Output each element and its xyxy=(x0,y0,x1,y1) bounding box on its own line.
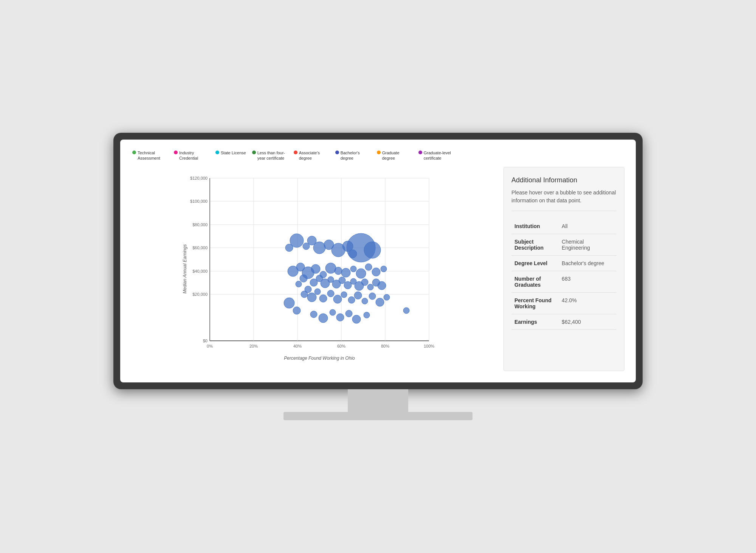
bubble[interactable] xyxy=(325,263,336,273)
bubble[interactable] xyxy=(305,286,311,293)
legend-dot xyxy=(335,151,339,154)
monitor-stand-base xyxy=(284,412,472,420)
bubble[interactable] xyxy=(384,294,390,300)
bubble[interactable] xyxy=(327,290,334,297)
bubble[interactable] xyxy=(341,268,350,277)
legend-dot xyxy=(418,151,422,154)
info-table-row: Number of Graduates 683 xyxy=(511,271,617,293)
legend-item: Technical Assessment xyxy=(132,150,168,161)
bubble-chart: Median Annual Earnings $120,000 $100,000 xyxy=(132,171,492,367)
bubble[interactable] xyxy=(365,264,372,270)
info-table-row: Subject Description Chemical Engineering xyxy=(511,234,617,256)
bubble[interactable] xyxy=(293,307,301,314)
svg-text:$120,000: $120,000 xyxy=(190,176,208,180)
info-field-value: Bachelor's degree xyxy=(559,256,617,271)
bubble[interactable] xyxy=(333,295,342,303)
info-table-row: Institution All xyxy=(511,219,617,234)
monitor-body: Technical Assessment Industry Credential… xyxy=(113,133,643,390)
svg-text:$60,000: $60,000 xyxy=(192,245,208,250)
info-field-label: Degree Level xyxy=(511,256,559,271)
bubble[interactable] xyxy=(303,243,310,250)
bubble[interactable] xyxy=(356,269,366,278)
bubble[interactable] xyxy=(314,289,321,295)
bubble[interactable] xyxy=(284,298,294,308)
info-field-label: Subject Description xyxy=(511,234,559,256)
bubble[interactable] xyxy=(378,281,386,290)
legend-label: Graduate degree xyxy=(382,150,412,161)
bubble[interactable] xyxy=(310,311,317,318)
bubble[interactable] xyxy=(367,284,373,290)
bubble[interactable] xyxy=(300,275,307,282)
bubble[interactable] xyxy=(290,234,304,247)
legend-dot xyxy=(174,151,178,154)
bubble[interactable] xyxy=(319,295,327,302)
x-axis-label: Percentage Found Working in Ohio xyxy=(284,356,355,361)
info-table: Institution All Subject Description Chem… xyxy=(511,219,617,330)
legend-label: Less than four-year certificate xyxy=(257,150,288,161)
bubble[interactable] xyxy=(362,298,368,304)
bubble[interactable] xyxy=(336,314,344,321)
bubble[interactable] xyxy=(319,314,328,323)
info-field-label: Earnings xyxy=(511,314,559,330)
legend-label: Graduate-level certificate xyxy=(424,150,454,161)
chart-container: Median Annual Earnings $120,000 $100,000 xyxy=(128,167,500,375)
legend-label: Technical Assessment xyxy=(138,150,168,161)
info-field-label: Percent Found Working xyxy=(511,293,559,314)
legend-label: State License xyxy=(221,150,246,155)
legend-item: Bachelor's degree xyxy=(335,150,371,161)
bubble[interactable] xyxy=(349,250,357,258)
bubble[interactable] xyxy=(335,267,342,275)
chart-svg-wrapper: Median Annual Earnings $120,000 $100,000 xyxy=(132,171,492,367)
svg-text:40%: 40% xyxy=(293,344,302,348)
bubble[interactable] xyxy=(354,292,362,299)
bubble[interactable] xyxy=(369,293,376,300)
content-area: Median Annual Earnings $120,000 $100,000 xyxy=(128,167,628,375)
legend-item: Graduate-level certificate xyxy=(418,150,454,161)
bubble[interactable] xyxy=(350,266,356,272)
legend-dot xyxy=(294,151,297,154)
bubble[interactable] xyxy=(348,297,355,303)
legend-item: State License xyxy=(215,150,246,161)
svg-text:$40,000: $40,000 xyxy=(192,269,208,273)
svg-text:$20,000: $20,000 xyxy=(192,292,208,297)
info-field-value: 683 xyxy=(559,271,617,293)
bubble[interactable] xyxy=(344,281,352,289)
bubble[interactable] xyxy=(345,310,352,317)
svg-text:$0: $0 xyxy=(203,339,208,343)
bubble[interactable] xyxy=(364,242,381,258)
svg-text:20%: 20% xyxy=(249,344,258,348)
monitor-wrapper: Technical Assessment Industry Credential… xyxy=(113,133,643,421)
info-panel-title: Additional Information xyxy=(511,176,617,184)
svg-text:60%: 60% xyxy=(337,344,345,348)
legend-item: Graduate degree xyxy=(377,150,412,161)
svg-text:$80,000: $80,000 xyxy=(192,222,208,227)
bubble[interactable] xyxy=(372,268,380,276)
bubble[interactable] xyxy=(361,279,368,286)
svg-text:0%: 0% xyxy=(207,344,213,348)
info-field-value: All xyxy=(559,219,617,234)
bubble[interactable] xyxy=(330,309,336,315)
info-field-value: Chemical Engineering xyxy=(559,234,617,256)
svg-text:80%: 80% xyxy=(381,344,389,348)
bubble[interactable] xyxy=(296,281,302,287)
bubble[interactable] xyxy=(352,315,361,323)
info-field-value: 42.0% xyxy=(559,293,617,314)
info-table-row: Earnings $62,400 xyxy=(511,314,617,330)
bubble[interactable] xyxy=(311,264,320,273)
legend-item: Less than four-year certificate xyxy=(252,150,288,161)
y-axis-label: Median Annual Earnings xyxy=(182,244,187,294)
bubble[interactable] xyxy=(339,277,345,284)
info-panel: Additional Information Please hover over… xyxy=(503,167,624,371)
bubble[interactable] xyxy=(307,293,316,302)
chart-legend: Technical Assessment Industry Credential… xyxy=(128,147,628,167)
info-field-value: $62,400 xyxy=(559,314,617,330)
bubble[interactable] xyxy=(364,312,370,318)
info-panel-instruction: Please hover over a bubble to see additi… xyxy=(511,189,617,211)
monitor-screen: Technical Assessment Industry Credential… xyxy=(120,140,636,383)
bubble[interactable] xyxy=(403,308,409,314)
bubble[interactable] xyxy=(341,292,347,298)
legend-item: Industry Credential xyxy=(174,150,209,161)
legend-dot xyxy=(377,151,381,154)
bubble[interactable] xyxy=(381,266,387,272)
bubble[interactable] xyxy=(376,298,384,306)
